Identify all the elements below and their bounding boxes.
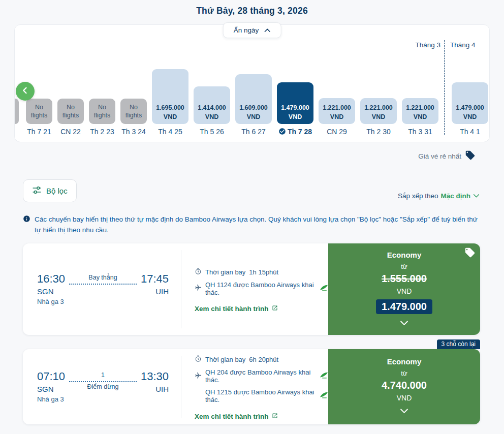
departure-terminal: Nhà ga 3 [37, 395, 65, 403]
day-label: Th 4 1 [460, 127, 480, 136]
details-link[interactable]: Xem chi tiết hành trình [195, 305, 328, 313]
old-price: 1.555.000 [382, 273, 427, 285]
departure-airport: SGN [37, 287, 65, 296]
day-price: 1.414.000 [198, 104, 226, 113]
day-tile-price[interactable]: 1.609.000VND [235, 74, 272, 124]
arrival-time: 13:30 [141, 370, 169, 383]
chevron-left-icon [21, 86, 30, 97]
stops-count: 1 [101, 371, 105, 380]
day-currency: VND [414, 113, 427, 122]
day-tile-no-flights: No flights [89, 99, 115, 124]
hide-days-button[interactable]: Ẩn ngày [223, 22, 281, 38]
page-title: Thứ Bảy, 28 tháng 3, 2026 [0, 0, 504, 16]
clock-icon [195, 268, 202, 276]
chevron-up-icon [264, 26, 270, 34]
clock-icon [195, 355, 202, 364]
day-label: Th 3 24 [121, 127, 145, 136]
day-column: No flightsTh 2 23 [89, 99, 115, 136]
previous-dates-button[interactable] [16, 82, 35, 101]
flight-details: Thời gian bay 6h 20phút QH 204 được Bamb… [181, 356, 328, 418]
arrival-time: 17:45 [141, 272, 169, 286]
stops-label: Điểm dừng [87, 383, 119, 392]
notice-text: Các chuyến bay hiển thị theo thứ tự mặc … [35, 214, 480, 236]
day-tile-price[interactable]: 1.695.000VND [152, 69, 188, 124]
day-column: 1.695.000VNDTh 4 25 [152, 69, 188, 136]
bamboo-airways-logo [320, 372, 328, 380]
day-column: 1.221.000VNDTh 2 30 [360, 98, 397, 136]
cabin-class-label: Economy [387, 357, 422, 366]
day-label: Th 2 23 [90, 127, 114, 136]
day-column: 1.479.000VNDTh 7 28 [277, 82, 313, 136]
day-currency: VND [247, 113, 260, 122]
duration-label: Thời gian bay [205, 268, 245, 276]
month-label-next: Tháng 4 [450, 41, 476, 49]
fare-panel-economy[interactable]: Economy từ 1.555.000 VND 1.479.000 [328, 243, 480, 335]
plane-icon [195, 372, 202, 381]
flight-card: 16:30 SGN Nhà ga 3 Bay thẳng 17:45 UIH [23, 243, 480, 335]
plane-icon [195, 284, 202, 293]
day-tile-price[interactable]: 1.414.000VND [194, 86, 230, 124]
info-icon [23, 214, 30, 236]
day-currency: VND [372, 113, 385, 122]
day-label: Th 5 26 [200, 127, 224, 136]
departure-terminal: Nhà ga 3 [37, 298, 65, 305]
duration-label: Thời gian bay [205, 356, 245, 363]
flight-details: Thời gian bay 1h 15phút QH 1124 được Bam… [181, 250, 328, 328]
day-tile-price[interactable]: 1.479.000VND [452, 82, 488, 124]
details-link-label: Xem chi tiết hành trình [195, 305, 269, 313]
day-currency: VND [205, 113, 218, 122]
day-price: 1.479.000 [456, 104, 484, 113]
fare-panel-economy[interactable]: 3 chỗ còn lại Economy từ 4.740.000 VND [328, 349, 480, 424]
current-price: 4.740.000 [382, 380, 427, 391]
day-label: Th 2 30 [366, 127, 390, 136]
cabin-class-label: Economy [387, 251, 422, 259]
expand-fares-chevron-icon[interactable] [400, 319, 408, 328]
stops-label: Bay thẳng [88, 274, 117, 283]
route-line [69, 380, 137, 382]
departure-time: 07:10 [37, 370, 65, 383]
departure-time: 16:30 [37, 272, 65, 286]
day-price: 1.609.000 [239, 104, 268, 113]
day-label: CN 22 [60, 127, 81, 136]
flight-card: 07:10 SGN Nhà ga 3 1 Điểm dừng 13:30 UIH [23, 349, 480, 424]
day-label: Th 3 31 [408, 127, 432, 136]
chevron-down-icon [473, 192, 480, 200]
day-column: 1.414.000VNDTh 5 26 [194, 86, 230, 136]
route-summary: 07:10 SGN Nhà ga 3 1 Điểm dừng 13:30 UIH [23, 349, 181, 424]
day-price: 1.221.000 [406, 104, 434, 113]
details-link-label: Xem chi tiết hành trình [195, 413, 269, 420]
day-column: No flightsTh 7 21 [26, 99, 52, 136]
day-currency: VND [330, 113, 343, 122]
route-line [69, 283, 137, 285]
day-tile-price[interactable]: 1.221.000VND [319, 98, 355, 124]
hide-days-label: Ẩn ngày [234, 26, 259, 34]
segment-operator-text: QH 1124 được Bamboo Airways khai thác. [205, 281, 316, 296]
day-label: CN 29 [327, 127, 347, 136]
results-toolbar: Bộ lọc Sắp xếp theo Mặc định [23, 179, 480, 202]
currency-label: VND [397, 287, 412, 295]
details-link[interactable]: Xem chi tiết hành trình [195, 413, 328, 420]
expand-fares-chevron-icon[interactable] [400, 407, 408, 416]
day-price: 1.695.000 [156, 104, 184, 113]
cheapest-fare-legend: Giá vé rẻ nhất [0, 150, 476, 162]
flight-results-page: Thứ Bảy, 28 tháng 3, 2026 Ẩn ngày Tháng … [0, 0, 504, 434]
day-tile-price-selected[interactable]: 1.479.000VND [277, 82, 313, 124]
arrival-airport: UIH [155, 287, 169, 296]
sort-dropdown[interactable]: Sắp xếp theo Mặc định [398, 192, 480, 202]
arrival-airport: UIH [155, 385, 169, 393]
day-column: 1.221.000VNDCN 29 [319, 98, 355, 136]
day-price: 1.221.000 [323, 104, 351, 113]
bamboo-airways-logo [320, 392, 328, 400]
day-currency: VND [463, 113, 477, 122]
day-column: 1.609.000VNDTh 6 27 [235, 74, 272, 136]
day-tile-price[interactable]: 1.221.000VND [402, 98, 438, 124]
departure-airport: SGN [37, 385, 65, 393]
segment-operator-text: QH 1215 được Bamboo Airways khai thác. [205, 388, 316, 404]
day-column: 1.479.000VNDTh 4 1 [452, 82, 488, 136]
bamboo-airways-logo [320, 285, 328, 293]
filter-button[interactable]: Bộ lọc [23, 179, 77, 202]
filter-label: Bộ lọc [46, 187, 68, 195]
currency-label: VND [397, 394, 412, 402]
filter-sliders-icon [32, 186, 42, 196]
day-tile-price[interactable]: 1.221.000VND [360, 98, 397, 124]
